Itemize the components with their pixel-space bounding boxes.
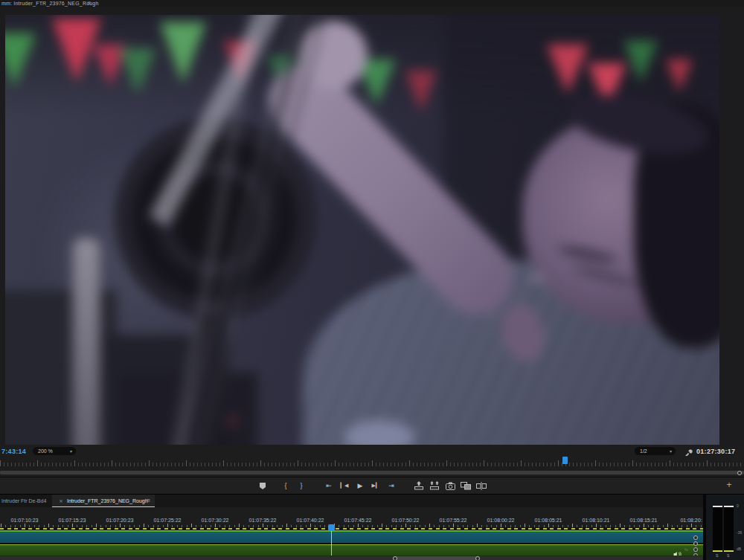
ruler-timecode: 01:07:35:22 — [249, 518, 277, 523]
mini-ruler-ticks — [0, 460, 744, 466]
play-button[interactable]: ▶ — [354, 480, 367, 492]
ruler-timecode: 01:08:20: — [680, 518, 702, 523]
ruler-timecode: 01:08:00:22 — [487, 518, 515, 523]
timeline-tab-active[interactable]: × Intruder_FTR_23976_NEG_Rough ≡ — [52, 495, 155, 507]
timeline-panel: Intruder Ftr De-Bd4 × Intruder_FTR_23976… — [0, 495, 703, 560]
ruler-timecode: 01:07:15:23 — [59, 518, 86, 523]
vscroll-knob[interactable] — [693, 535, 698, 540]
ruler-timecode: 01:07:40:22 — [297, 518, 324, 523]
panel-menu-icon[interactable]: ≡ — [146, 498, 150, 503]
timeline-tab-inactive[interactable]: Intruder Ftr De-Bd4 — [1, 498, 46, 503]
vscroll-knob[interactable] — [693, 541, 698, 546]
go-to-out-button[interactable]: ⇥ — [385, 480, 398, 492]
ruler-timecode: 01:07:50:22 — [392, 518, 420, 523]
lift-button[interactable] — [413, 480, 426, 492]
program-current-timecode[interactable]: 7:43:14 — [1, 448, 26, 455]
scrollbar-knob[interactable] — [737, 471, 742, 475]
hscroll-knob[interactable] — [393, 556, 397, 560]
program-out-timecode: 01:27:30:17 — [696, 448, 735, 455]
program-video-frame — [5, 15, 719, 445]
timeline-tabbar: Intruder Ftr De-Bd4 × Intruder_FTR_23976… — [0, 495, 703, 507]
multicam-toggle-button[interactable] — [475, 480, 488, 492]
timeline-tab-label: Intruder_FTR_23976_NEG_Rough — [67, 498, 148, 503]
mark-out-button[interactable]: } — [295, 480, 308, 492]
step-back-button[interactable]: ▎◀ — [339, 480, 351, 492]
button-editor-plus[interactable]: + — [723, 480, 735, 492]
ruler-timecode: 01:07:25:22 — [154, 518, 182, 523]
ruler-timecode: 01:07:30:22 — [202, 518, 229, 523]
program-panel-tab[interactable]: mm: Intruder_FTR_23976_NEG_Rough — [1, 1, 99, 6]
chevron-down-icon: ▾ — [70, 447, 72, 455]
playback-resolution-select[interactable]: 1/2 ▾ — [635, 447, 676, 455]
hscroll-knob[interactable] — [475, 556, 480, 560]
export-frame-button[interactable] — [444, 480, 457, 492]
timeline-zoom-scrollbar[interactable] — [0, 556, 703, 560]
audio-track-clip[interactable]: fx — [0, 544, 703, 556]
ruler-timecode: 01:07:45:22 — [344, 518, 372, 523]
ruler-timecode: 01:07:20:23 — [106, 518, 134, 523]
lamp-stand — [73, 238, 100, 445]
timeline-playhead[interactable] — [328, 524, 335, 531]
meter-scale: 0 -36 dB — [737, 503, 744, 553]
add-marker-button[interactable] — [257, 480, 269, 492]
db-label: -36 — [737, 530, 742, 535]
mark-in-button[interactable]: { — [280, 480, 292, 492]
step-forward-button[interactable]: ▶▎ — [370, 480, 382, 492]
program-monitor-area — [0, 7, 744, 445]
audio-meters-panel: 0 -36 dB S S — [706, 495, 744, 560]
ruler-timecode: 01:08:10:21 — [583, 518, 610, 523]
ruler-timecode: 01:07:55:22 — [440, 518, 467, 523]
close-icon[interactable]: × — [59, 498, 63, 504]
monitor-controls: 7:43:14 200 % ▾ 1/2 ▾ 01:27:30:17 — [0, 446, 744, 456]
ruler-timecode: 01:08:15:21 — [630, 518, 658, 523]
vscroll-knob[interactable] — [693, 547, 698, 552]
program-playhead[interactable] — [562, 457, 568, 464]
hscroll-handle[interactable] — [393, 556, 480, 560]
db-label: dB — [737, 547, 741, 551]
video-track-clip[interactable] — [0, 530, 703, 543]
solo-button-right[interactable]: S — [727, 553, 729, 558]
clip-fx-badge: fx — [684, 547, 688, 552]
bottom-section: Intruder Ftr De-Bd4 × Intruder_FTR_23976… — [0, 494, 744, 560]
ruler-timecode: 01:08:05:21 — [535, 518, 562, 523]
zoom-level-select[interactable]: 200 % ▾ — [33, 447, 76, 455]
program-mini-timeline[interactable] — [0, 456, 744, 469]
audio-meter-left — [713, 506, 722, 552]
video-scene — [5, 15, 719, 445]
premiere-window: mm: Intruder_FTR_23976_NEG_Rough ≡ — [0, 0, 744, 560]
panel-menu-icon[interactable]: ≡ — [87, 0, 92, 6]
timeline-ruler[interactable]: 01:07:10:23 01:07:15:23 01:07:20:23 01:0… — [0, 516, 703, 527]
audio-meter-right — [724, 506, 734, 552]
db-label: 0 — [737, 503, 739, 508]
program-panel-tabbar: mm: Intruder_FTR_23976_NEG_Rough ≡ — [0, 0, 744, 7]
program-zoom-scrollbar[interactable] — [0, 470, 744, 476]
chevron-down-icon: ▾ — [670, 447, 672, 455]
solo-button-left[interactable]: S — [716, 553, 718, 558]
comparison-view-button[interactable] — [460, 480, 472, 492]
go-to-in-button[interactable]: ⇤ — [323, 480, 336, 492]
ruler-timecode: 01:07:10:23 — [11, 518, 39, 523]
extract-button[interactable] — [429, 480, 441, 492]
timeline-playhead-line — [331, 531, 332, 556]
transport-bar: { } ⇤ ▎◀ ▶ ▶▎ ⇥ — [0, 477, 744, 494]
